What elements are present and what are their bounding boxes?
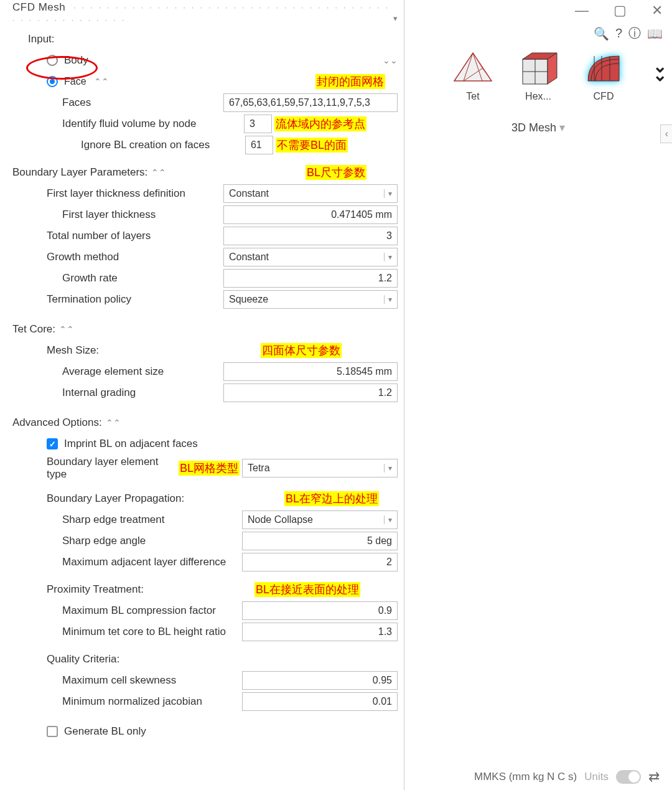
expand-icon[interactable]: ⌄⌄ bbox=[383, 55, 398, 65]
side-tab-icon[interactable]: ‹ bbox=[660, 125, 672, 143]
imprint-bl-label: Imprint BL on adjacent faces bbox=[64, 438, 398, 450]
ignore-bl-input[interactable] bbox=[245, 136, 273, 154]
mesh-tile-cfd[interactable]: CFD bbox=[579, 50, 628, 102]
cfd-icon bbox=[582, 50, 625, 87]
growth-rate-input[interactable] bbox=[223, 269, 398, 288]
max-skew-input[interactable] bbox=[242, 671, 398, 690]
help-icon[interactable]: ? bbox=[615, 26, 622, 40]
close-icon[interactable]: ✕ bbox=[651, 2, 663, 19]
annotation-fluid-ref: 流体域内的参考点 bbox=[274, 116, 366, 131]
swap-icon[interactable]: ⇄ bbox=[648, 769, 660, 785]
bl-elem-type-label: Boundary layer element type bbox=[47, 456, 179, 481]
bl-elem-type-select[interactable]: Tetra ▾ bbox=[242, 459, 398, 477]
min-tet-ratio-input[interactable] bbox=[242, 623, 398, 641]
radio-face-label: Face bbox=[64, 76, 86, 87]
mesh-size-label: Mesh Size: bbox=[47, 344, 261, 357]
radio-body-label: Body bbox=[64, 54, 404, 67]
panel-title: CFD Mesh · · · · · · · · · · · · · · · ·… bbox=[12, 0, 398, 27]
bl-propagation-label: Boundary Layer Propagation: bbox=[47, 492, 284, 505]
ignore-bl-label: Ignore BL creation on faces bbox=[81, 139, 245, 151]
sharp-edge-treat-value: Node Collapse bbox=[248, 514, 313, 525]
mesh-tile-tet[interactable]: Tet bbox=[448, 50, 498, 102]
total-layers-input[interactable] bbox=[223, 227, 398, 245]
avg-elem-input[interactable] bbox=[223, 362, 398, 381]
generate-bl-check[interactable] bbox=[47, 726, 58, 737]
quality-label: Quality Criteria: bbox=[47, 653, 119, 665]
chevron-down-icon: ▾ bbox=[384, 464, 392, 473]
faces-input[interactable] bbox=[223, 93, 398, 112]
first-layer-def-value: Constant bbox=[229, 188, 269, 199]
avg-elem-label: Average element size bbox=[62, 365, 223, 378]
units-label: Units bbox=[584, 771, 609, 783]
annotation-tet-size: 四面体尺寸参数 bbox=[261, 343, 342, 358]
internal-grading-input[interactable] bbox=[223, 383, 398, 402]
svg-marker-0 bbox=[454, 53, 492, 81]
min-tet-ratio-label: Minimum tet core to BL height ratio bbox=[62, 626, 242, 638]
faces-label: Faces bbox=[62, 96, 223, 109]
radio-body[interactable] bbox=[47, 55, 58, 66]
chevron-down-icon: ▾ bbox=[384, 295, 392, 304]
chevron-down-icon: ▾ bbox=[384, 253, 392, 261]
units-text: MMKS (mm kg N C s) bbox=[474, 771, 577, 783]
sharp-edge-angle-label: Sharp edge angle bbox=[62, 535, 242, 547]
internal-grading-label: Internal grading bbox=[62, 387, 223, 399]
cfd-label: CFD bbox=[594, 91, 614, 102]
growth-rate-label: Growth rate bbox=[62, 272, 223, 284]
search-icon[interactable]: 🔍 bbox=[594, 26, 609, 41]
first-layer-def-label: First layer thickness definition bbox=[47, 187, 223, 200]
max-adj-layer-input[interactable] bbox=[242, 553, 398, 571]
category-label: 3D Mesh bbox=[511, 121, 556, 134]
termination-label: Termination policy bbox=[47, 293, 223, 306]
growth-method-label: Growth method bbox=[47, 251, 223, 263]
annotation-closed-face: 封闭的面网格 bbox=[315, 74, 385, 89]
annotation-bl-narrow: BL在窄边上的处理 bbox=[284, 491, 379, 506]
proximity-label: Proximity Treatment: bbox=[47, 583, 254, 596]
radio-face[interactable] bbox=[47, 76, 58, 87]
bl-elem-type-value: Tetra bbox=[248, 463, 270, 474]
identify-fluid-label: Identify fluid volume by node bbox=[62, 118, 244, 130]
mesh-tile-hex[interactable]: Hex... bbox=[513, 50, 563, 102]
sharp-edge-angle-input[interactable] bbox=[242, 532, 398, 550]
first-layer-thickness-label: First layer thickness bbox=[62, 209, 223, 221]
chevron-down-icon: ▾ bbox=[384, 189, 392, 198]
units-toggle[interactable] bbox=[616, 770, 641, 784]
book-icon[interactable]: 📖 bbox=[647, 26, 663, 41]
total-layers-label: Total number of layers bbox=[47, 230, 223, 242]
hex-icon bbox=[516, 50, 560, 87]
growth-method-select[interactable]: Constant ▾ bbox=[223, 248, 398, 266]
advanced-section: Advanced Options: bbox=[12, 416, 102, 429]
termination-value: Squeeze bbox=[229, 294, 268, 305]
max-adj-layer-label: Maximum adjacent layer difference bbox=[62, 556, 242, 568]
annotation-no-bl: 不需要BL的面 bbox=[276, 138, 348, 153]
annotation-bl-type: BL网格类型 bbox=[179, 461, 240, 476]
tet-icon bbox=[451, 50, 495, 87]
collapse-icon[interactable]: ⌃⌃ bbox=[59, 324, 74, 334]
generate-bl-label: Generate BL only bbox=[64, 725, 398, 738]
collapse-icon[interactable]: ⌃⌃ bbox=[94, 77, 109, 87]
annotation-bl-near: BL在接近表面的处理 bbox=[254, 582, 360, 597]
category-dropdown-icon[interactable]: ▾ bbox=[559, 121, 565, 134]
termination-select[interactable]: Squeeze ▾ bbox=[223, 290, 398, 309]
bl-params-section: Boundary Layer Parameters: bbox=[12, 166, 147, 179]
tet-core-section: Tet Core: bbox=[12, 323, 55, 336]
annotation-bl-size: BL尺寸参数 bbox=[306, 165, 366, 180]
sharp-edge-treat-select[interactable]: Node Collapse ▾ bbox=[242, 510, 398, 529]
expand-chevrons-icon[interactable]: ⌄⌄ bbox=[653, 62, 667, 80]
minimize-icon[interactable]: — bbox=[575, 2, 589, 19]
collapse-icon[interactable]: ⌃⌃ bbox=[106, 418, 121, 428]
imprint-bl-check[interactable] bbox=[47, 438, 58, 449]
max-skew-label: Maximum cell skewness bbox=[62, 674, 242, 687]
min-jacobian-input[interactable] bbox=[242, 692, 398, 711]
min-jacobian-label: Minimum normalized jacobian bbox=[62, 695, 242, 708]
input-section: Input: bbox=[28, 33, 55, 45]
maximize-icon[interactable]: ▢ bbox=[614, 2, 627, 19]
first-layer-thickness-input[interactable] bbox=[223, 205, 398, 224]
identify-fluid-input[interactable] bbox=[244, 115, 272, 133]
sharp-edge-treat-label: Sharp edge treatment bbox=[62, 514, 242, 526]
chevron-down-icon: ▾ bbox=[384, 515, 392, 524]
first-layer-def-select[interactable]: Constant ▾ bbox=[223, 184, 398, 203]
collapse-icon[interactable]: ⌃⌃ bbox=[151, 167, 166, 177]
info-icon[interactable]: ⓘ bbox=[628, 25, 641, 42]
max-bl-comp-input[interactable] bbox=[242, 601, 398, 620]
max-bl-comp-label: Maximum BL compression factor bbox=[62, 604, 242, 617]
